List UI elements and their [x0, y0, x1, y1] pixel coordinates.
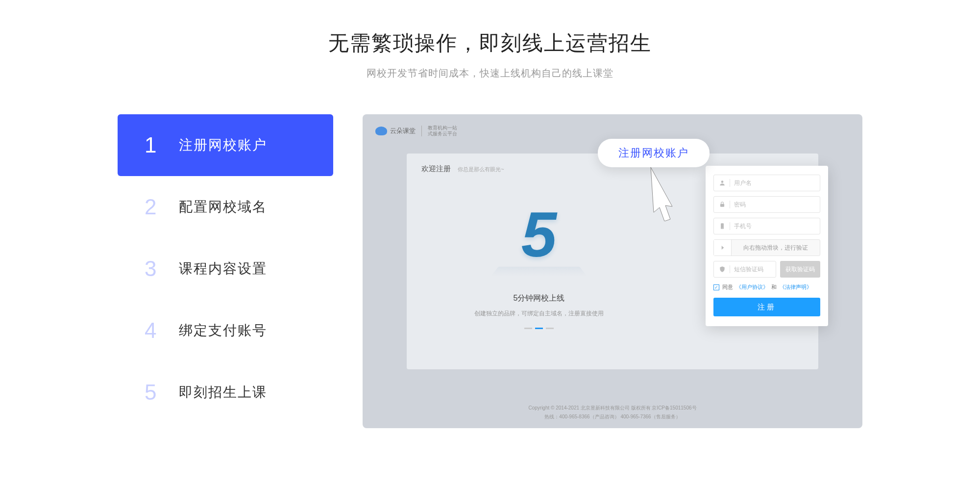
logo-text: 云朵课堂 [390, 127, 416, 135]
phone-field[interactable]: 手机号 [713, 218, 820, 234]
sms-field[interactable]: 短信验证码 [713, 261, 776, 278]
placeholder: 用户名 [734, 179, 752, 187]
page-subtitle: 网校开发节省时间成本，快速上线机构自己的线上课堂 [0, 67, 980, 80]
placeholder: 短信验证码 [734, 265, 763, 274]
step-number: 3 [145, 257, 179, 281]
dot[interactable] [546, 328, 554, 329]
dot-active[interactable] [535, 328, 543, 329]
username-field[interactable]: 用户名 [713, 175, 820, 191]
hotline: 热线：400-965-8366（产品咨询） 400-965-7366（售后服务） [363, 412, 862, 421]
logo: 云朵课堂 教育机构一站 式服务云平台 [375, 125, 457, 137]
step-label: 绑定支付账号 [179, 321, 267, 340]
big-five-graphic: 5 [431, 203, 647, 266]
agreement-checkbox[interactable]: ✓ [713, 284, 719, 290]
step-2[interactable]: 2 配置网校域名 [118, 176, 333, 238]
step-number: 1 [145, 133, 179, 157]
divider [421, 126, 422, 136]
page-title: 无需繁琐操作，即刻线上运营招生 [0, 0, 980, 57]
register-form: 用户名 密码 手机号 向右拖动滑块，进行验证 [706, 166, 828, 326]
callout-bubble: 注册网校账户 [598, 139, 710, 167]
slider-text: 向右拖动滑块，进行验证 [732, 244, 820, 252]
password-field[interactable]: 密码 [713, 196, 820, 213]
svg-rect-1 [720, 204, 724, 207]
svg-point-3 [722, 228, 722, 229]
mock-header: 云朵课堂 教育机构一站 式服务云平台 [375, 125, 457, 137]
step-number: 2 [145, 195, 179, 219]
placeholder: 密码 [734, 201, 746, 209]
main-container: 1 注册网校账户 2 配置网校域名 3 课程内容设置 4 绑定支付账号 5 即刻… [0, 114, 980, 428]
step-3[interactable]: 3 课程内容设置 [118, 238, 333, 300]
center-illustration: 5 5分钟网校上线 创建独立的品牌，可绑定自主域名，注册直接使用 [431, 188, 647, 329]
copyright: Copyright © 2014-2021 北京昱新科技有限公司 版权所有 京I… [363, 404, 862, 412]
slider-handle-icon[interactable] [714, 240, 732, 256]
welcome-subtitle: 你总是那么有眼光~ [458, 166, 504, 172]
dot[interactable] [524, 328, 532, 329]
step-5[interactable]: 5 即刻招生上课 [118, 361, 333, 423]
step-4[interactable]: 4 绑定支付账号 [118, 300, 333, 361]
arrow-pointer-icon [647, 167, 676, 223]
step-label: 课程内容设置 [179, 259, 267, 278]
user-agreement-link[interactable]: 《用户协议》 [736, 283, 768, 291]
carousel-dots [431, 328, 647, 329]
steps-panel: 1 注册网校账户 2 配置网校域名 3 课程内容设置 4 绑定支付账号 5 即刻… [118, 114, 333, 428]
step-number: 4 [145, 318, 179, 343]
preview-panel: 云朵课堂 教育机构一站 式服务云平台 欢迎注册 你总是那么有眼光~ 已有账号？去… [363, 114, 862, 428]
welcome-title: 欢迎注册 你总是那么有眼光~ [421, 164, 504, 174]
logo-sub-2: 式服务云平台 [428, 131, 457, 137]
shield-icon [719, 266, 726, 273]
logo-sub-1: 教育机构一站 [428, 125, 457, 131]
slider-verify[interactable]: 向右拖动滑块，进行验证 [713, 239, 820, 256]
step-1[interactable]: 1 注册网校账户 [118, 114, 333, 176]
svg-point-0 [721, 180, 724, 183]
cloud-icon [375, 127, 387, 135]
get-code-button[interactable]: 获取验证码 [780, 261, 820, 278]
step-label: 注册网校账户 [179, 136, 267, 154]
lock-icon [719, 201, 726, 208]
user-icon [719, 180, 726, 186]
step-label: 即刻招生上课 [179, 383, 267, 402]
mock-footer: Copyright © 2014-2021 北京昱新科技有限公司 版权所有 京I… [363, 404, 862, 421]
center-title: 5分钟网校上线 [431, 293, 647, 304]
agreement-row: ✓ 同意 《用户协议》 和 《法律声明》 [713, 283, 820, 291]
legal-statement-link[interactable]: 《法律声明》 [780, 283, 812, 291]
step-label: 配置网校域名 [179, 198, 267, 216]
phone-icon [719, 223, 726, 230]
register-button[interactable]: 注册 [713, 298, 820, 316]
step-number: 5 [145, 380, 179, 405]
placeholder: 手机号 [734, 222, 752, 231]
center-desc: 创建独立的品牌，可绑定自主域名，注册直接使用 [431, 309, 647, 318]
